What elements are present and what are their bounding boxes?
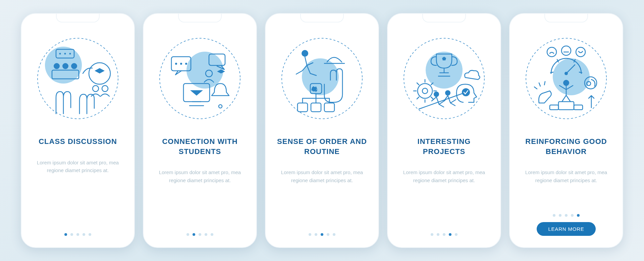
phone-frame-2: CONNECTION WITH STUDENTS Lorem ipsum dol… <box>143 13 257 248</box>
svg-point-12 <box>102 86 108 92</box>
phone-frame-4: INTERESTING PROJECTS Lorem ipsum dolor s… <box>387 13 501 248</box>
dot-1[interactable] <box>431 233 433 236</box>
page-dots[interactable] <box>186 233 213 236</box>
dot-4[interactable] <box>327 233 329 236</box>
phone-bottom: LEARN MORE <box>510 214 623 236</box>
svg-point-25 <box>302 50 308 57</box>
phone-notch <box>422 14 466 22</box>
dot-5[interactable] <box>211 233 213 236</box>
svg-point-34 <box>434 92 439 97</box>
phone-bottom <box>21 233 134 236</box>
dot-4[interactable] <box>205 233 207 236</box>
dot-4[interactable] <box>83 233 85 236</box>
slide-title: INTERESTING PROJECTS <box>397 137 491 156</box>
svg-point-40 <box>561 46 571 55</box>
phone-frame-5: REINFORCING GOOD BEHAVIOR Lorem ipsum do… <box>509 13 623 248</box>
dot-5[interactable] <box>89 233 91 236</box>
page-dots[interactable] <box>309 233 335 236</box>
slide-body: Lorem ipsum dolor sit amet pro, mea regi… <box>34 159 121 174</box>
slide-body: Lorem ipsum dolor sit amet pro, mea regi… <box>156 168 244 184</box>
dot-2[interactable] <box>193 233 195 236</box>
phone-notch <box>56 14 100 22</box>
class-discussion-illustration <box>33 33 123 124</box>
svg-point-16 <box>175 63 177 65</box>
dot-5[interactable] <box>333 233 335 236</box>
interesting-projects-illustration <box>399 33 489 124</box>
svg-rect-45 <box>550 105 558 110</box>
svg-rect-46 <box>574 105 583 110</box>
dot-5[interactable] <box>455 233 458 236</box>
svg-point-5 <box>71 63 77 69</box>
slide-body: Lorem ipsum dolor sit amet pro, mea regi… <box>523 168 610 184</box>
phone-frame-1: CLASS DISCUSSION Lorem ipsum dolor sit a… <box>21 13 135 248</box>
order-routine-illustration <box>277 33 367 124</box>
page-dots[interactable] <box>553 214 580 217</box>
svg-point-41 <box>576 47 585 57</box>
svg-point-3 <box>54 63 60 69</box>
dot-1[interactable] <box>64 233 67 236</box>
svg-point-7 <box>59 53 61 55</box>
dot-3[interactable] <box>76 233 79 236</box>
phone-bottom <box>266 233 378 236</box>
svg-point-43 <box>563 80 569 86</box>
svg-rect-44 <box>558 102 574 110</box>
good-behavior-illustration <box>521 33 611 124</box>
learn-more-button[interactable]: LEARN MORE <box>537 222 595 236</box>
svg-point-32 <box>418 84 432 98</box>
dot-5[interactable] <box>577 214 580 217</box>
svg-point-35 <box>445 90 450 96</box>
dot-3[interactable] <box>321 233 323 236</box>
phone-notch <box>300 14 344 22</box>
slide-title: CLASS DISCUSSION <box>39 137 117 147</box>
dot-3[interactable] <box>565 214 568 217</box>
svg-point-17 <box>180 63 182 65</box>
phone-notch <box>544 14 588 22</box>
svg-point-9 <box>69 53 71 55</box>
dot-4[interactable] <box>449 233 451 236</box>
slide-title: SENSE OF ORDER AND ROUTINE <box>275 137 369 156</box>
svg-point-33 <box>422 88 428 94</box>
onboarding-phones-row: CLASS DISCUSSION Lorem ipsum dolor sit a… <box>21 13 623 248</box>
svg-point-4 <box>62 63 68 69</box>
dot-1[interactable] <box>186 233 189 236</box>
svg-point-14 <box>186 52 223 89</box>
dot-2[interactable] <box>315 233 317 236</box>
svg-point-8 <box>64 53 66 55</box>
dot-1[interactable] <box>309 233 311 236</box>
dot-2[interactable] <box>437 233 439 236</box>
svg-rect-29 <box>324 103 334 112</box>
svg-point-11 <box>93 86 99 92</box>
phone-bottom <box>144 233 256 236</box>
phone-frame-3: SENSE OF ORDER AND ROUTINE Lorem ipsum d… <box>265 13 379 248</box>
dot-3[interactable] <box>443 233 445 236</box>
dot-2[interactable] <box>559 214 561 217</box>
phone-notch <box>178 14 222 22</box>
svg-point-24 <box>302 58 339 95</box>
svg-rect-28 <box>311 103 321 112</box>
dot-1[interactable] <box>553 214 555 217</box>
page-dots[interactable] <box>431 233 458 236</box>
page-dots[interactable] <box>64 233 91 236</box>
svg-point-22 <box>219 105 222 108</box>
svg-point-38 <box>553 58 590 95</box>
connection-students-illustration <box>155 33 245 124</box>
svg-point-42 <box>565 72 568 75</box>
slide-body: Lorem ipsum dolor sit amet pro, mea regi… <box>278 168 366 184</box>
svg-rect-27 <box>298 103 308 112</box>
slide-body: Lorem ipsum dolor sit amet pro, mea regi… <box>400 168 488 184</box>
slide-title: REINFORCING GOOD BEHAVIOR <box>519 137 613 156</box>
dot-3[interactable] <box>199 233 201 236</box>
svg-point-36 <box>462 88 470 96</box>
svg-point-18 <box>185 63 187 65</box>
slide-title: CONNECTION WITH STUDENTS <box>153 137 247 156</box>
dot-2[interactable] <box>70 233 73 236</box>
phone-bottom <box>388 233 500 236</box>
dot-4[interactable] <box>571 214 574 217</box>
